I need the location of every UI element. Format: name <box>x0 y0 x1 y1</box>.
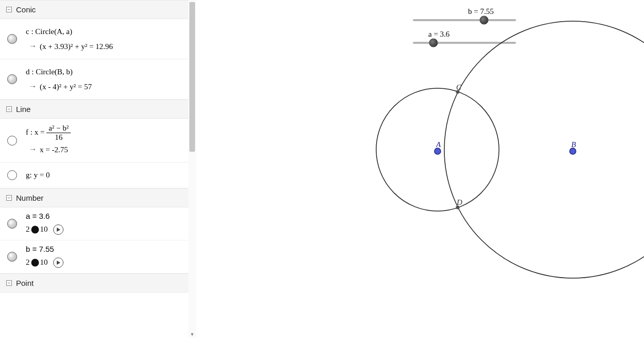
expanded-d: (x - 4)² + y² = 57 <box>40 83 92 91</box>
category-label: Line <box>16 105 30 114</box>
def-d: d : Circle(B, b) <box>26 65 184 79</box>
collapse-icon[interactable]: − <box>6 195 12 201</box>
point-A[interactable] <box>434 148 441 154</box>
object-c[interactable]: c : Circle(A, a) →(x + 3.93)² + y² = 12.… <box>0 19 188 59</box>
min-a: 2 <box>26 225 30 234</box>
label-b: b = 7.55 <box>26 245 63 253</box>
slider-thumb-a[interactable] <box>31 226 39 233</box>
label-a: a = 3.6 <box>26 212 63 220</box>
visibility-toggle-b[interactable] <box>7 252 17 262</box>
visibility-toggle-c[interactable] <box>7 34 17 44</box>
play-button-a[interactable] <box>53 224 63 235</box>
circle-d[interactable] <box>444 21 644 278</box>
point-C-label: C <box>456 83 462 91</box>
object-a[interactable]: a = 3.6 2 10 <box>0 207 188 240</box>
lhs-f: f : x = <box>26 128 46 136</box>
category-label: Number <box>16 194 43 202</box>
def-c: c : Circle(A, a) <box>26 24 184 39</box>
collapse-icon[interactable]: − <box>6 7 12 12</box>
object-d[interactable]: d : Circle(B, b) →(x - 4)² + y² = 57 <box>0 59 188 100</box>
object-g[interactable]: g: y = 0 <box>0 163 188 188</box>
arrow-icon: → <box>29 79 37 94</box>
panel-scrollbar[interactable]: ▲ ▼ <box>188 0 196 338</box>
def-g: g: y = 0 <box>26 168 184 183</box>
object-b[interactable]: b = 7.55 2 10 <box>0 240 188 273</box>
scroll-thumb[interactable] <box>189 2 195 152</box>
max-b: 10 <box>40 258 48 267</box>
geometry-svg: C D A B <box>196 0 644 338</box>
object-f[interactable]: f : x = a² − b² 16 →x = -2.75 <box>0 119 188 163</box>
category-point-header[interactable]: − Point <box>0 273 188 293</box>
play-button-b[interactable] <box>53 257 63 268</box>
visibility-toggle-d[interactable] <box>7 74 17 84</box>
arrow-icon: → <box>29 142 37 157</box>
fraction-f: a² − b² 16 <box>46 124 71 142</box>
algebra-panel: − Conic c : Circle(A, a) →(x + 3.93)² + … <box>0 0 196 338</box>
max-a: 10 <box>40 225 48 234</box>
category-label: Point <box>16 279 34 287</box>
visibility-toggle-f[interactable] <box>7 136 17 146</box>
scroll-down-icon[interactable]: ▼ <box>188 330 196 338</box>
point-A-label: A <box>436 140 441 149</box>
category-conic-header[interactable]: − Conic <box>0 0 188 19</box>
visibility-toggle-a[interactable] <box>7 219 17 229</box>
expanded-c: (x + 3.93)² + y² = 12.96 <box>40 42 113 51</box>
slider-thumb-b[interactable] <box>31 259 39 266</box>
point-B[interactable] <box>570 148 576 154</box>
visibility-toggle-g[interactable] <box>7 170 17 180</box>
graphics-view[interactable]: b = 7.55 a = 3.6 C D A B <box>196 0 644 338</box>
point-B-label: B <box>571 140 576 149</box>
category-line-header[interactable]: − Line <box>0 100 188 119</box>
collapse-icon[interactable]: − <box>6 106 12 112</box>
point-D-label: D <box>456 198 462 206</box>
expanded-f: x = -2.75 <box>40 146 68 154</box>
arrow-icon: → <box>29 39 37 54</box>
min-b: 2 <box>26 258 30 267</box>
category-label: Conic <box>16 5 36 14</box>
category-number-header[interactable]: − Number <box>0 188 188 207</box>
collapse-icon[interactable]: − <box>6 280 12 286</box>
